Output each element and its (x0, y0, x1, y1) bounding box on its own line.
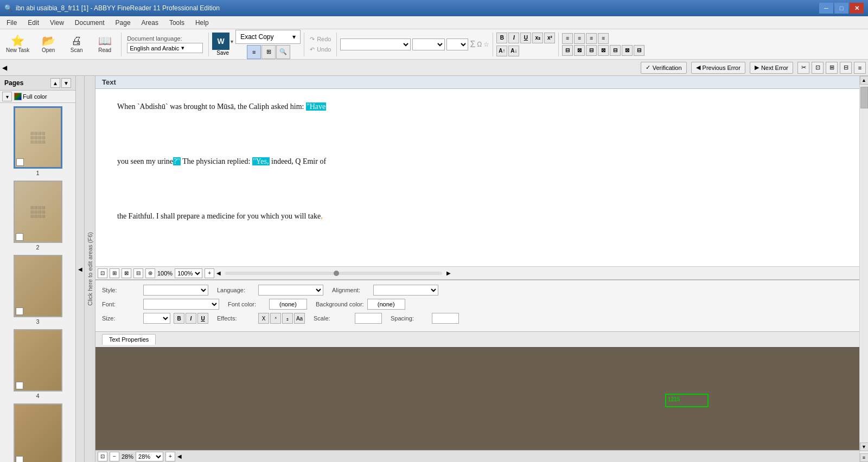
format-btn-1[interactable]: ≡ (247, 45, 261, 59)
font-prop-select[interactable] (143, 299, 219, 310)
view-mode-btn1[interactable]: ⊡ (98, 268, 107, 278)
page-thumb-1[interactable]: ▤▤▤▤▤▤▤▤▤▤▤▤ 1 (2, 105, 73, 177)
scroll-down-button[interactable]: ▼ (860, 442, 869, 451)
page-thumb-4[interactable]: 4 (2, 328, 73, 400)
indent-btn3[interactable]: ⊟ (586, 45, 597, 56)
effect-strikethrough[interactable]: X (258, 313, 269, 324)
prop-bold-button[interactable]: B (174, 313, 184, 324)
title-bar-controls[interactable]: ─ □ ✕ (819, 3, 864, 14)
align-justify-button[interactable]: ≡ (598, 33, 609, 44)
page-thumb-2[interactable]: ▤▤▤▤▤▤▤▤▤▤▤▤ 2 (2, 179, 73, 252)
click-to-edit-panel[interactable]: Click here to edit areas (F6) (85, 76, 95, 462)
maximize-button[interactable]: □ (834, 3, 848, 14)
copy-icon-btn[interactable]: ⊡ (812, 62, 824, 74)
format-btn-2[interactable]: ⊞ (261, 45, 276, 59)
font-size-select[interactable] (412, 39, 445, 50)
bg-color-button[interactable]: (none) (367, 299, 405, 310)
underline-button[interactable]: U (520, 33, 531, 43)
extra-icon-btn2[interactable]: ≡ (854, 62, 866, 74)
view-mode-btn3[interactable]: ⊠ (122, 268, 131, 278)
view-mode-btn4[interactable]: ⊟ (133, 268, 143, 278)
menu-file[interactable]: File (2, 18, 21, 28)
menu-page[interactable]: Page (111, 18, 135, 28)
font-size-select2[interactable] (446, 39, 468, 50)
menu-tools[interactable]: Tools (165, 18, 189, 28)
menu-view[interactable]: View (46, 18, 68, 28)
scroll-mode-btn[interactable]: ≡ (860, 453, 869, 462)
scan-zoom-plus[interactable]: + (165, 452, 175, 461)
sidebar-toggle[interactable]: ◀ (76, 76, 85, 462)
cut-icon-btn[interactable]: ✂ (797, 62, 809, 74)
collapse-button[interactable]: ◀ (2, 64, 11, 72)
size-select[interactable] (143, 313, 170, 324)
format-btn-3[interactable]: 🔍 (276, 45, 290, 59)
italic-button[interactable]: I (508, 33, 519, 43)
pages-down-button[interactable]: ▼ (61, 78, 71, 88)
page-thumb-5[interactable]: 5 (2, 402, 73, 462)
verification-button[interactable]: ✓ Verification (641, 62, 687, 74)
scale-input[interactable] (355, 313, 382, 324)
indent-btn4[interactable]: ⊠ (598, 45, 609, 56)
open-button[interactable]: 📂 Open (35, 31, 61, 58)
align-left-button[interactable]: ≡ (562, 33, 573, 44)
scroll-right-icon[interactable]: ▶ (446, 270, 451, 276)
new-task-button[interactable]: ⭐ New Task (2, 31, 33, 58)
font-size-up-button[interactable]: A↑ (496, 46, 507, 56)
prev-error-button[interactable]: ◀ Previous Error (691, 62, 745, 74)
menu-document[interactable]: Document (71, 18, 109, 28)
scan-scroll-left-icon[interactable]: ◀ (177, 453, 182, 459)
redo-button[interactable]: ↷ Redo (308, 35, 333, 44)
scan-zoom-minus[interactable]: − (110, 452, 119, 461)
scan-zoom-mode-btn[interactable]: ⊡ (98, 452, 107, 461)
menu-help[interactable]: Help (191, 18, 213, 28)
language-select[interactable] (258, 285, 323, 296)
alignment-select[interactable] (373, 285, 438, 296)
effect-subscript[interactable]: ₂ (282, 313, 293, 324)
next-error-button[interactable]: ▶ Next Error (750, 62, 793, 74)
page-thumb-3[interactable]: 3 (2, 254, 73, 326)
font-size-down-button[interactable]: A↓ (508, 46, 519, 56)
font-color-button[interactable]: (none) (269, 299, 307, 310)
save-dropdown-arrow[interactable]: ▾ (231, 39, 233, 44)
indent-btn1[interactable]: ⊟ (562, 45, 573, 56)
style-select[interactable] (143, 285, 208, 296)
color-label[interactable]: Full color (14, 93, 47, 100)
view-mode-btn2[interactable]: ⊞ (110, 268, 119, 278)
scroll-up-button[interactable]: ▲ (860, 76, 869, 85)
scan-zoom-select[interactable]: 28% 50% 100% (136, 452, 163, 461)
read-button[interactable]: 📖 Read (92, 31, 118, 58)
effect-superscript[interactable]: ˣ (270, 313, 281, 324)
page-view-dropdown[interactable]: ▾ (2, 92, 12, 101)
align-center-button[interactable]: ≡ (574, 33, 585, 44)
minimize-button[interactable]: ─ (819, 3, 833, 14)
close-button[interactable]: ✕ (850, 3, 864, 14)
effect-smallcaps[interactable]: Aa (294, 313, 305, 324)
scan-button[interactable]: 🖨 Scan (63, 31, 90, 58)
font-select[interactable] (340, 39, 411, 50)
pages-up-button[interactable]: ▲ (50, 78, 60, 88)
extra-icon-btn[interactable]: ⊟ (840, 62, 852, 74)
spacing-input[interactable] (432, 313, 459, 324)
paste-icon-btn[interactable]: ⊞ (826, 62, 838, 74)
view-mode-btn5[interactable]: ⊛ (145, 268, 155, 278)
prop-italic-button[interactable]: I (186, 313, 196, 324)
menu-areas[interactable]: Areas (137, 18, 163, 28)
subscript-button[interactable]: x₂ (532, 33, 543, 43)
exact-copy-button[interactable]: Exact Copy ▾ (235, 30, 301, 44)
indent-btn5[interactable]: ⊟ (610, 45, 621, 56)
scroll-thumb[interactable] (860, 87, 868, 108)
superscript-button[interactable]: x² (544, 33, 555, 43)
undo-button[interactable]: ↶ Undo (308, 45, 333, 54)
prop-underline-button[interactable]: U (197, 313, 208, 324)
scroll-left-icon[interactable]: ◀ (216, 270, 221, 276)
zoom-select[interactable]: 100% 75% 150% (175, 268, 202, 278)
menu-edit[interactable]: Edit (23, 18, 43, 28)
zoom-in-button[interactable]: + (205, 268, 214, 278)
indent-btn7[interactable]: ⊟ (634, 45, 644, 56)
indent-btn2[interactable]: ⊠ (574, 45, 585, 56)
indent-btn6[interactable]: ⊠ (622, 45, 633, 56)
text-properties-tab-button[interactable]: Text Properties (102, 334, 156, 345)
zoom-thumb[interactable] (334, 271, 339, 276)
doc-language-select[interactable]: English and Arabic ▾ (127, 43, 203, 53)
bold-button[interactable]: B (496, 33, 507, 43)
